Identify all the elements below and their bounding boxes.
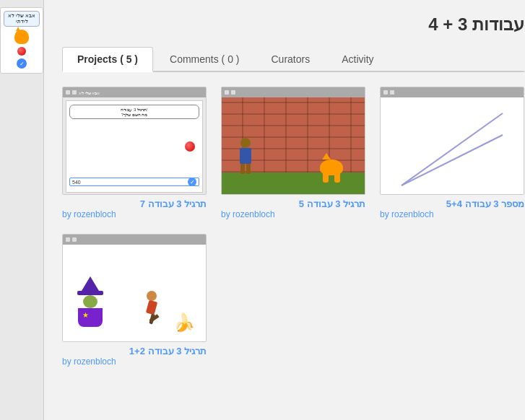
page-title: עבודות 3 + 4 xyxy=(62,14,524,35)
thumb3-dot2 xyxy=(390,90,394,95)
thumb2-header xyxy=(222,87,365,97)
sidebar-check-icon: ✓ xyxy=(17,58,27,69)
witch-hat-top xyxy=(82,276,99,291)
tab-projects[interactable]: Projects ( 5 ) xyxy=(62,47,153,72)
project-info-4: תרגיל 3 עבודה 1+2 by rozenbloch xyxy=(62,346,207,367)
project-author-2: by rozenbloch xyxy=(221,209,365,219)
thumb1-bubble: !תרגיל 3 עבודהמה השם שלך? xyxy=(69,105,199,119)
svg-line-1 xyxy=(402,135,503,185)
projects-grid: אבא שלי לא !תרגיל 3 עבודהמה השם שלך? 540… xyxy=(62,87,524,367)
thumb1-dot2 xyxy=(72,90,77,95)
bananas: 🍌 xyxy=(173,312,195,333)
thumb2-dot2 xyxy=(231,90,235,95)
witch-star1: ★ xyxy=(82,311,89,319)
thumb1-red-oval xyxy=(185,141,195,152)
main-content: עבודות 3 + 4 Projects ( 5 ) Comments ( 0… xyxy=(44,0,525,420)
project-author-1: by rozenbloch xyxy=(62,209,207,219)
author-link-2[interactable]: rozenbloch xyxy=(233,209,275,219)
project-info-2: תרגיל 3 עבודה 5 by rozenbloch xyxy=(221,198,365,219)
graph-svg xyxy=(387,99,517,193)
tab-curators[interactable]: Curators xyxy=(256,47,326,72)
thumb4-dot2 xyxy=(72,237,77,242)
sidebar-red-ball xyxy=(17,47,26,56)
project-title-3[interactable]: מספר 3 עבודה 5+4 xyxy=(380,198,524,209)
project-thumbnail-3[interactable] xyxy=(380,87,524,195)
project-card-3: מספר 3 עבודה 5+4 by rozenbloch xyxy=(380,87,524,219)
witch-body: ★ xyxy=(78,308,103,327)
project-title-4[interactable]: תרגיל 3 עבודה 1+2 xyxy=(62,346,207,356)
project-info-3: מספר 3 עבודה 5+4 by rozenbloch xyxy=(380,198,524,219)
thumb1-body: !תרגיל 3 עבודהמה השם שלך? 540 ✓ xyxy=(63,97,206,195)
thumb1-check: ✓ xyxy=(188,178,196,186)
project-card-4: ★ 🍌 xyxy=(62,234,207,367)
banana-emoji: 🍌 xyxy=(173,312,195,333)
witch-character: ★ xyxy=(74,276,106,327)
project-thumbnail-2[interactable] xyxy=(221,87,365,195)
tabs-container: Projects ( 5 ) Comments ( 0 ) Curators A… xyxy=(62,45,524,72)
thumb1-input-value: 540 xyxy=(72,180,81,185)
thumb2-person xyxy=(240,138,251,174)
project-title-1[interactable]: תרגיל 3 עבודה 7 xyxy=(62,198,207,209)
tab-comments[interactable]: Comments ( 0 ) xyxy=(155,47,254,72)
acrobat-head xyxy=(147,291,157,301)
person-leg-right xyxy=(246,164,251,174)
cat-ear-left xyxy=(322,153,331,159)
sidebar-project-card: אבא שלי לאלידתי ✓ xyxy=(0,7,43,74)
sidebar-bubble: אבא שלי לאלידתי xyxy=(4,11,40,27)
thumb2-dot1 xyxy=(225,90,229,95)
project-thumbnail-4[interactable]: ★ 🍌 xyxy=(62,234,207,342)
svg-line-0 xyxy=(402,113,503,185)
thumb3-header xyxy=(381,87,524,97)
project-title-2[interactable]: תרגיל 3 עבודה 5 xyxy=(221,198,365,209)
person-head xyxy=(240,138,251,148)
cat-leg-right xyxy=(334,174,340,183)
project-author-4: by rozenbloch xyxy=(62,356,207,367)
thumb1-header: אבא שלי לא xyxy=(63,87,206,97)
project-card-2: תרגיל 3 עבודה 5 by rozenbloch xyxy=(221,87,365,219)
project-info-1: תרגיל 3 עבודה 7 by rozenbloch xyxy=(62,198,207,219)
by-label-2: by xyxy=(221,209,233,219)
thumb1-dot1 xyxy=(66,90,70,95)
thumb1-input-area: 540 ✓ xyxy=(69,178,199,186)
thumb3-dot1 xyxy=(383,90,388,95)
project-card-1: אבא שלי לא !תרגיל 3 עבודהמה השם שלך? 540… xyxy=(62,87,207,219)
thumb4-dot1 xyxy=(66,237,70,242)
acrobat-character xyxy=(141,291,162,334)
by-label-4: by xyxy=(62,356,74,367)
sidebar-cat-icon xyxy=(14,30,29,44)
thumb3-canvas xyxy=(381,97,524,194)
thumb1-header-text: אבא שלי לא xyxy=(79,90,100,95)
project-thumbnail-1[interactable]: אבא שלי לא !תרגיל 3 עבודהמה השם שלך? 540… xyxy=(62,87,207,195)
witch-head xyxy=(83,295,97,308)
by-label-3: by xyxy=(380,209,391,219)
author-link-4[interactable]: rozenbloch xyxy=(74,356,116,367)
by-label-1: by xyxy=(62,209,74,219)
author-link-3[interactable]: rozenbloch xyxy=(391,209,434,219)
tab-activity[interactable]: Activity xyxy=(326,47,389,72)
project-author-3: by rozenbloch xyxy=(380,209,524,219)
person-body xyxy=(240,148,251,164)
author-link-1[interactable]: rozenbloch xyxy=(74,209,116,219)
thumb2-ground xyxy=(222,172,365,194)
left-sidebar: אבא שלי לאלידתי ✓ xyxy=(0,0,44,420)
person-leg-left xyxy=(240,164,245,174)
person-legs xyxy=(240,164,251,174)
acrobat-legs xyxy=(143,312,167,327)
cat-leg-left xyxy=(323,174,329,183)
thumb4-canvas: ★ 🍌 xyxy=(63,245,206,341)
thumb1-stage: !תרגיל 3 עבודהמה השם שלך? 540 ✓ xyxy=(66,100,203,193)
thumb4-header xyxy=(63,235,206,245)
thumb2-cat xyxy=(320,153,343,175)
cat-body xyxy=(320,159,343,175)
